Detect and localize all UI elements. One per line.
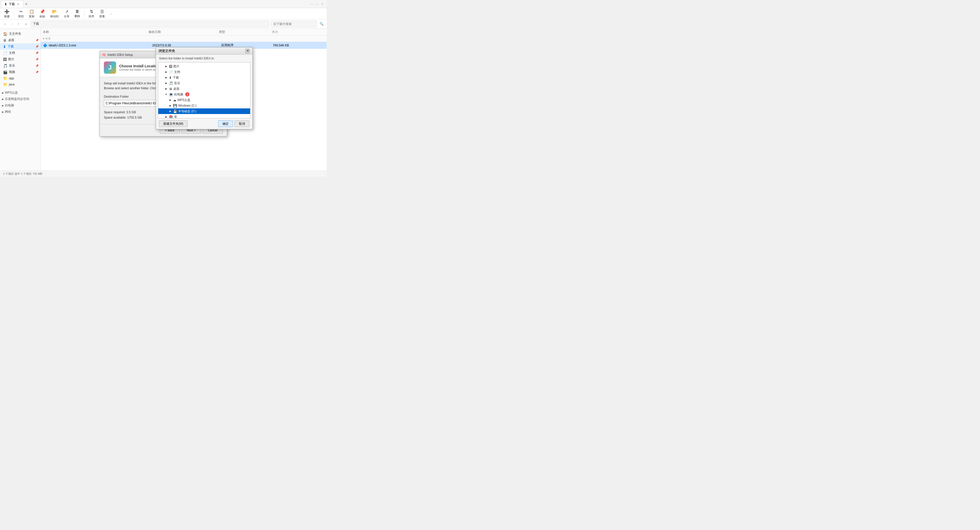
copy-button[interactable]: 📋 复制 bbox=[27, 8, 37, 19]
tree-item-windows-c[interactable]: ▶ 💾 Windows (C:) bbox=[158, 103, 250, 108]
more-button[interactable]: ··· bbox=[108, 11, 115, 16]
file-list-header: 名称 修改日期 类型 大小 bbox=[41, 29, 327, 36]
tab-label: 下载 bbox=[9, 2, 15, 6]
sidebar-item-pictures[interactable]: 🖼 图片 📌 bbox=[0, 56, 41, 62]
tree-toggle-wps[interactable]: ▶ bbox=[169, 98, 172, 102]
address-bar: ← → ↑ ⌂ 下载 🔍 bbox=[0, 19, 327, 29]
new-button[interactable]: ➕ 新建 bbox=[2, 8, 12, 19]
restore-button[interactable]: □ bbox=[316, 2, 318, 6]
setup-logo: J bbox=[104, 62, 116, 74]
sidebar-section-thispc[interactable]: ▶ 此电脑 bbox=[0, 102, 41, 109]
toolbar: ➕ 新建 ✂ 剪切 📋 复制 📌 粘贴 📂 移动到 ↗ 分享 🗑 删除 bbox=[0, 8, 327, 19]
browse-title-label: 浏览文件夹 bbox=[159, 49, 175, 53]
browse-confirm-buttons: 确定 取消 bbox=[218, 121, 249, 127]
tree-toggle-pictures[interactable]: ▶ bbox=[164, 65, 168, 68]
browse-dialog-title: 浏览文件夹 ✕ bbox=[156, 48, 252, 55]
sidebar-item-java[interactable]: 📁 java bbox=[0, 81, 41, 87]
tree-label-music: 音乐 bbox=[174, 81, 180, 86]
delete-button[interactable]: 🗑 删除 bbox=[73, 8, 82, 19]
browse-cancel-button[interactable]: 取消 bbox=[234, 121, 249, 127]
tree-item-downloads[interactable]: ▶ ⬇ 下载 bbox=[158, 75, 250, 80]
sidebar-item-main-folder[interactable]: 🏠 主文件夹 bbox=[0, 31, 41, 37]
tab-bar: ⬇ 下载 ✕ + — □ ✕ bbox=[0, 0, 327, 8]
new-folder-button[interactable]: 新建文件夹(M) bbox=[159, 121, 188, 127]
view-button[interactable]: ☰ 查看 bbox=[97, 8, 107, 19]
nav-buttons: ← → ↑ bbox=[2, 21, 21, 27]
cut-button[interactable]: ✂ 剪切 bbox=[16, 8, 26, 19]
col-header-name: 名称 bbox=[43, 30, 148, 34]
minimize-button[interactable]: — bbox=[310, 2, 313, 6]
back-button[interactable]: ← bbox=[2, 21, 8, 27]
tree-label-thispc: 此电脑 bbox=[174, 92, 183, 97]
tree-label-downloads: 下载 bbox=[173, 76, 179, 80]
search-icon[interactable]: 🔍 bbox=[318, 21, 325, 27]
move-button[interactable]: 📂 移动到 bbox=[48, 8, 61, 19]
tree-toggle-windows-c[interactable]: ▶ bbox=[169, 104, 172, 107]
file-size: 760,546 KB bbox=[273, 44, 325, 47]
tree-item-thispc[interactable]: ▼ 💻 此电脑 2 bbox=[158, 92, 250, 97]
up-button[interactable]: ↑ bbox=[15, 21, 21, 27]
tree-label-wps: WPS云盘 bbox=[177, 98, 190, 102]
group-header-today: ▾ 今天 bbox=[41, 36, 327, 42]
browse-footer: 新建文件夹(M) 确定 取消 bbox=[156, 118, 252, 129]
tree-toggle-local-d[interactable]: ▶ bbox=[169, 109, 172, 113]
sort-button[interactable]: ⇅ 排序 bbox=[86, 8, 96, 19]
tree-label-local-d: 本地磁盘 (D:) bbox=[178, 109, 196, 114]
status-text: 1 个项目 选中 1 个项目 742 MB bbox=[3, 172, 42, 176]
share-button[interactable]: ↗ 分享 bbox=[62, 8, 72, 19]
browse-subtitle: Select the folder to install IntelliJ ID… bbox=[156, 55, 252, 62]
tree-toggle-library[interactable]: ▶ bbox=[164, 115, 168, 118]
tree-item-pictures[interactable]: ▶ 🖼 图片 bbox=[158, 63, 250, 69]
tab-downloads[interactable]: ⬇ 下载 ✕ bbox=[1, 0, 23, 8]
status-bar: 1 个项目 选中 1 个项目 742 MB bbox=[0, 171, 327, 177]
badge-2: 2 bbox=[185, 92, 189, 97]
toolbar-sep-2 bbox=[84, 10, 84, 17]
setup-dialog-title-label: IntelliJ IDEA Setup bbox=[107, 53, 133, 57]
home-button[interactable]: ⌂ bbox=[23, 21, 29, 27]
tree-toggle-documents[interactable]: ▶ bbox=[164, 70, 168, 74]
tree-toggle-music[interactable]: ▶ bbox=[164, 81, 168, 85]
tree-toggle-desktop[interactable]: ▶ bbox=[164, 87, 168, 90]
sidebar-section-wps[interactable]: ▶ WPS云盘 bbox=[0, 89, 41, 96]
confirm-button[interactable]: 确定 bbox=[218, 121, 233, 127]
breadcrumb[interactable]: 下载 bbox=[30, 21, 269, 27]
sidebar-item-app[interactable]: 📁 app bbox=[0, 75, 41, 81]
tree-item-documents[interactable]: ▶ 📄 文档 bbox=[158, 69, 250, 75]
tree-label-library: 库 bbox=[174, 115, 177, 119]
tree-toggle-thispc[interactable]: ▼ bbox=[164, 93, 168, 96]
sidebar-item-downloads[interactable]: ⬇ 下载 📌 bbox=[0, 43, 41, 50]
browse-tree[interactable]: ▶ 🖼 图片 ▶ 📄 文档 ▶ ⬇ 下载 ▶ 🎵 bbox=[158, 62, 250, 118]
window-controls: — □ ✕ bbox=[310, 2, 326, 6]
sidebar-section-baidu[interactable]: ▶ 百度网盘同步空间 bbox=[0, 96, 41, 102]
tree-label-desktop: 桌面 bbox=[173, 87, 180, 91]
sidebar-item-desktop[interactable]: 🖥 桌面 📌 bbox=[0, 37, 41, 43]
col-header-type: 类型 bbox=[219, 30, 272, 34]
tree-label-documents: 文档 bbox=[174, 70, 180, 74]
toolbar-sep-1 bbox=[14, 10, 14, 17]
tree-label-windows-c: Windows (C:) bbox=[178, 104, 197, 107]
tab-close-button[interactable]: ✕ bbox=[16, 2, 20, 6]
file-type: 应用程序 bbox=[221, 43, 273, 48]
tree-item-desktop[interactable]: ▶ 🖥 桌面 bbox=[158, 86, 250, 92]
col-header-date: 修改日期 bbox=[148, 30, 219, 34]
forward-button[interactable]: → bbox=[9, 21, 15, 27]
sidebar-item-videos[interactable]: 🎬 视频 📌 bbox=[0, 69, 41, 75]
sidebar-item-documents[interactable]: 📄 文档 📌 bbox=[0, 50, 41, 56]
sidebar-item-music[interactable]: 🎵 音乐 📌 bbox=[0, 62, 41, 69]
tree-toggle-downloads[interactable]: ▶ bbox=[164, 76, 168, 79]
tree-item-local-d[interactable]: ▶ 💾 本地磁盘 (D:) bbox=[158, 108, 250, 114]
tree-item-library[interactable]: ▶ 📚 库 bbox=[158, 114, 250, 118]
paste-button[interactable]: 📌 粘贴 bbox=[38, 8, 47, 19]
close-button[interactable]: ✕ bbox=[321, 2, 324, 6]
search-input[interactable] bbox=[271, 21, 317, 27]
browse-close-button[interactable]: ✕ bbox=[245, 49, 250, 53]
new-tab-button[interactable]: + bbox=[23, 1, 29, 7]
sidebar: 🏠 主文件夹 🖥 桌面 📌 ⬇ 下载 📌 📄 文档 📌 🖼 图片 bbox=[0, 29, 41, 171]
sidebar-section-network[interactable]: ▶ 网络 bbox=[0, 109, 41, 115]
col-header-size: 大小 bbox=[272, 30, 325, 34]
file-date: 2023/7/3 9:39 bbox=[152, 44, 221, 47]
browse-dialog: 浏览文件夹 ✕ Select the folder to install Int… bbox=[156, 47, 253, 129]
tree-item-music[interactable]: ▶ 🎵 音乐 bbox=[158, 80, 250, 86]
tree-item-wps[interactable]: ▶ ☁ WPS云盘 bbox=[158, 97, 250, 103]
file-name: idealU-2023.1.3.exe bbox=[49, 44, 152, 47]
